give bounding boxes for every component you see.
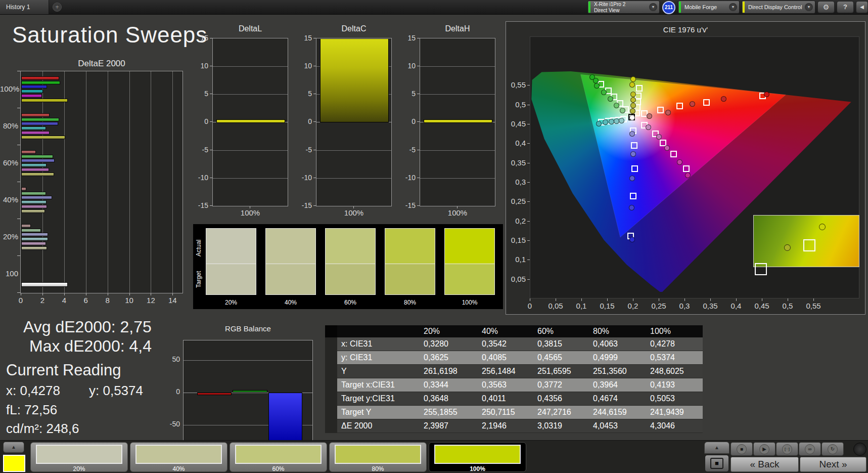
stop-button[interactable]: ■ bbox=[730, 442, 753, 456]
deltae-bar-blue bbox=[21, 233, 48, 236]
deltaH-y-tick-label: 10 bbox=[395, 62, 416, 70]
table-cell: 4,3046 bbox=[650, 421, 699, 431]
back-button[interactable]: « Back bbox=[730, 457, 799, 472]
rgb-bar-green bbox=[233, 390, 267, 393]
continuous-button[interactable]: ∞ bbox=[799, 442, 821, 456]
patch-scroll-up-button[interactable]: ▲ bbox=[3, 442, 24, 453]
cie-target-point bbox=[657, 107, 664, 113]
cie-y-tick bbox=[527, 182, 530, 183]
stop-icon: ■ bbox=[710, 458, 723, 469]
deltae-x-tick bbox=[21, 293, 21, 295]
cie-x-tick-label: 0,5 bbox=[776, 302, 799, 310]
cie-x-tick-label: 0,45 bbox=[751, 302, 773, 310]
table-left-notch bbox=[325, 325, 337, 337]
deltae-title: DeltaE 2000 bbox=[20, 59, 183, 69]
deltae-bar-cyan bbox=[21, 163, 47, 167]
rgb-gridline bbox=[184, 360, 312, 361]
deltae-group-label: 40% bbox=[0, 195, 18, 204]
deltae-bar-blue bbox=[21, 159, 55, 162]
table-cell: 0,4011 bbox=[482, 394, 529, 403]
cie-measured-point bbox=[609, 119, 614, 124]
cie-measured-point bbox=[764, 92, 769, 97]
next-button[interactable]: Next » bbox=[800, 457, 866, 472]
play-button[interactable]: ▶ bbox=[753, 442, 775, 456]
deltae-bar-magenta bbox=[21, 205, 47, 208]
deltaC-y-tick bbox=[313, 66, 316, 66]
table-row-label: Y bbox=[341, 367, 416, 376]
deltae-bar-cyan bbox=[21, 200, 47, 204]
deltaC-x-label: 100% bbox=[316, 208, 392, 217]
loop-button[interactable]: ↻ bbox=[821, 442, 844, 456]
deltaH-y-tick-label: 15 bbox=[395, 34, 416, 42]
deltaC-gridline bbox=[316, 150, 391, 151]
patch-button-80%[interactable]: 80% bbox=[329, 442, 427, 472]
deltae-x-tick-label: 6 bbox=[79, 296, 93, 304]
cie-target-point bbox=[631, 142, 637, 149]
table-left-gutter bbox=[325, 325, 337, 433]
table-row-label: Target Y bbox=[341, 408, 416, 417]
loop-icon: ↻ bbox=[828, 444, 838, 454]
interval-button[interactable]: [··] bbox=[776, 442, 798, 456]
patch-button-40%[interactable]: 40% bbox=[130, 442, 227, 472]
table-cell: 0,4674 bbox=[593, 394, 642, 403]
deltaL-y-tick-label: -10 bbox=[188, 174, 208, 182]
table-cell: 256,1484 bbox=[482, 367, 529, 376]
cie-measured-point bbox=[630, 92, 636, 97]
table-cell: 244,6159 bbox=[593, 408, 642, 417]
deltae-y-tick bbox=[17, 71, 20, 71]
table-cell: 247,2716 bbox=[537, 408, 585, 417]
patch-swatch bbox=[335, 445, 421, 464]
current-patch-swatch bbox=[3, 455, 25, 472]
deltaC-y-tick bbox=[313, 94, 316, 94]
deltae-bar-red bbox=[21, 187, 26, 191]
cie-x-tick-label: 0,4 bbox=[725, 302, 747, 310]
table-cell: 0,3625 bbox=[424, 353, 474, 362]
charts-layer: DeltaE 200002468101214100%80%60%40%20%10… bbox=[0, 0, 868, 473]
deltaH-bar bbox=[424, 119, 492, 123]
deltaL-y-tick bbox=[210, 66, 212, 66]
cie-x-tick bbox=[581, 298, 582, 301]
deltae-gridline bbox=[172, 71, 173, 293]
deltae-x-tick bbox=[151, 293, 151, 295]
rgb-y-tick-label: 50 bbox=[160, 355, 180, 363]
table-header-cell: 20% bbox=[424, 327, 474, 336]
cie-y-tick-label: 0,25 bbox=[502, 197, 526, 205]
table-cell: 0,4085 bbox=[482, 353, 529, 362]
cie-zoom-inset bbox=[753, 215, 859, 267]
cie-y-tick bbox=[527, 221, 530, 222]
deltae-x-tick-label: 0 bbox=[14, 296, 28, 304]
deltae-bar-yellow bbox=[21, 246, 47, 250]
patch-button-100%[interactable]: 100% bbox=[429, 442, 526, 472]
swatch-column-label: 20% bbox=[206, 299, 256, 306]
table-row-label: x: CIE31 bbox=[341, 339, 416, 349]
table-cell: 0,3815 bbox=[537, 339, 585, 349]
deltaH-gridline bbox=[420, 178, 495, 179]
cie-x-tick-label: 0,25 bbox=[648, 302, 670, 310]
cie-x-tick bbox=[659, 298, 659, 301]
deltaL-y-tick bbox=[210, 38, 212, 38]
cie-measured-point bbox=[630, 97, 636, 103]
transport-up-button[interactable]: ▲ bbox=[704, 442, 729, 454]
cie-measured-point bbox=[690, 101, 695, 107]
cie-measured-point bbox=[619, 118, 624, 123]
deltaH-gridline bbox=[420, 66, 495, 67]
cie-y-tick bbox=[527, 163, 530, 163]
deltaC-y-tick-label: 5 bbox=[292, 90, 312, 98]
rgb-y-tick-label: -50 bbox=[160, 420, 180, 428]
patch-button-60%[interactable]: 60% bbox=[230, 442, 327, 472]
deltae-x-tick bbox=[64, 293, 65, 295]
interval-icon: [··] bbox=[782, 444, 792, 454]
swatch-actual-80% bbox=[385, 228, 435, 264]
deltaL-y-tick bbox=[210, 205, 212, 206]
deltae-group-label: 100 bbox=[0, 269, 18, 278]
table-cell: 0,3563 bbox=[482, 380, 529, 390]
stop-measurement-button[interactable]: ■ bbox=[705, 455, 729, 472]
table-cell: 0,3964 bbox=[593, 380, 642, 390]
deltaL-y-tick-label: -5 bbox=[188, 146, 208, 154]
patch-swatch bbox=[235, 445, 322, 464]
cie-y-tick-label: 0,3 bbox=[502, 178, 526, 186]
patch-button-20%[interactable]: 20% bbox=[30, 442, 128, 472]
swatch-target-60% bbox=[325, 264, 376, 295]
cie-y-tick-label: 0,05 bbox=[502, 275, 526, 283]
deltae-bar-green bbox=[21, 192, 46, 195]
